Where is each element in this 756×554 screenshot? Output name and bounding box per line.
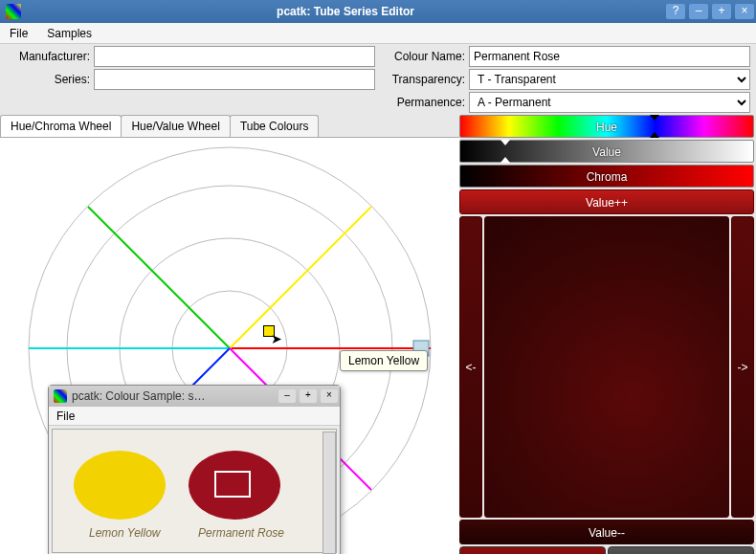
svg-text:Lemon Yellow: Lemon Yellow bbox=[89, 526, 162, 540]
sample-scrollbar-v[interactable] bbox=[322, 432, 336, 554]
colour-name-input[interactable] bbox=[469, 46, 750, 67]
series-label: Series: bbox=[6, 73, 90, 86]
tabs: Hue/Chroma Wheel Hue/Value Wheel Tube Co… bbox=[0, 115, 459, 138]
menu-samples[interactable]: Samples bbox=[37, 25, 101, 42]
permanence-label: Permanence: bbox=[379, 96, 465, 109]
value-slider[interactable]: Value bbox=[459, 140, 754, 163]
hue-slider[interactable]: Hue bbox=[459, 115, 754, 138]
help-button[interactable]: ? bbox=[666, 4, 685, 19]
svg-line-5 bbox=[230, 207, 371, 348]
transparency-label: Transparency: bbox=[379, 73, 465, 86]
tab-hue-value[interactable]: Hue/Value Wheel bbox=[121, 115, 231, 137]
menubar: File Samples bbox=[0, 23, 756, 44]
marker-tooltip: Lemon Yellow bbox=[340, 350, 428, 371]
app-icon bbox=[54, 389, 67, 403]
sample-canvas[interactable]: Lemon Yellow Permanent Rose bbox=[52, 429, 337, 553]
value-minus-button[interactable]: Value-- bbox=[459, 520, 754, 544]
menu-file[interactable]: File bbox=[0, 25, 37, 42]
hue-right-button[interactable]: -> bbox=[731, 216, 754, 518]
colour-editor-panel: Hue Value Chroma Value++ <- -> Value-- G… bbox=[459, 115, 756, 554]
transparency-select[interactable]: T - Transparent bbox=[469, 69, 750, 90]
colour-sample-window: pcatk: Colour Sample: s… – + × File Lemo… bbox=[48, 385, 341, 554]
svg-point-11 bbox=[74, 451, 166, 520]
tab-tube-colours[interactable]: Tube Colours bbox=[230, 115, 320, 137]
form-area: Manufacturer: Colour Name: Series: Trans… bbox=[0, 44, 756, 115]
cursor-icon: ➤ bbox=[271, 331, 282, 346]
sample-close[interactable]: × bbox=[321, 389, 338, 403]
hue-left-button[interactable]: <- bbox=[459, 216, 482, 518]
series-input[interactable] bbox=[94, 69, 375, 90]
window-title: pcatk: Tube Series Editor bbox=[27, 5, 664, 18]
sample-menubar: File bbox=[49, 407, 340, 426]
value-plus-button[interactable]: Value++ bbox=[459, 189, 754, 214]
tab-hue-chroma[interactable]: Hue/Chroma Wheel bbox=[0, 115, 122, 137]
permanence-select[interactable]: A - Permanent bbox=[469, 92, 750, 113]
sample-menu-file[interactable]: File bbox=[49, 410, 82, 423]
hue-chroma-wheel[interactable]: ➤ Lemon Yellow pcatk: Colour Sample: s… … bbox=[0, 138, 459, 554]
maximize-button[interactable]: + bbox=[712, 4, 731, 19]
close-button[interactable]: × bbox=[735, 4, 754, 19]
manufacturer-label: Manufacturer: bbox=[6, 50, 90, 63]
svg-line-6 bbox=[88, 207, 230, 348]
grayness-minus-button[interactable]: Grayness-- bbox=[459, 546, 606, 554]
svg-point-12 bbox=[189, 451, 280, 520]
window-titlebar: pcatk: Tube Series Editor ? – + × bbox=[0, 0, 756, 23]
colour-swatch bbox=[484, 216, 729, 518]
manufacturer-input[interactable] bbox=[94, 46, 375, 67]
app-icon bbox=[6, 4, 21, 19]
minimize-button[interactable]: – bbox=[689, 4, 708, 19]
grayness-plus-button[interactable]: Grayness++ bbox=[608, 546, 754, 554]
colour-name-label: Colour Name: bbox=[379, 50, 465, 63]
sample-minimize[interactable]: – bbox=[278, 389, 296, 403]
sample-window-title: pcatk: Colour Sample: s… bbox=[72, 389, 277, 403]
sample-maximize[interactable]: + bbox=[300, 389, 317, 403]
sample-titlebar[interactable]: pcatk: Colour Sample: s… – + × bbox=[49, 386, 340, 407]
svg-text:Permanent Rose: Permanent Rose bbox=[198, 526, 284, 540]
chroma-slider[interactable]: Chroma bbox=[459, 165, 754, 188]
